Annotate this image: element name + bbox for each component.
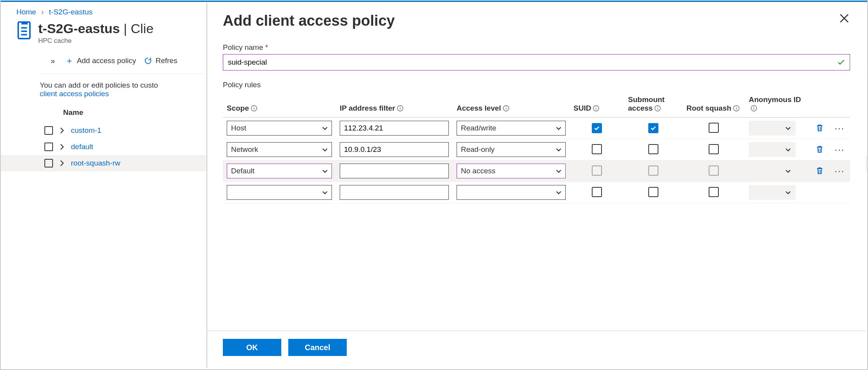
chevron-right-icon[interactable]: [58, 160, 65, 167]
policy-rules-label: Policy rules: [223, 81, 850, 89]
chevron-down-icon: [321, 146, 328, 153]
anonymous-id-select[interactable]: [749, 142, 796, 157]
checkbox[interactable]: [709, 144, 719, 154]
chevron-down-icon: [555, 125, 562, 132]
svg-point-26: [753, 107, 754, 107]
close-icon[interactable]: [838, 12, 850, 24]
panel-title: Add client access policy: [223, 12, 395, 29]
rule-row: [223, 182, 850, 203]
checkbox[interactable]: [592, 144, 602, 154]
access-level-select[interactable]: [457, 185, 566, 200]
chevron-down-icon: [785, 167, 792, 174]
page-title: t-S2G-eastus | Clie: [38, 21, 153, 36]
info-icon[interactable]: [593, 105, 600, 112]
row-checkbox[interactable]: [44, 159, 53, 167]
col-submount: Submount access: [624, 93, 683, 118]
cancel-button[interactable]: Cancel: [288, 339, 347, 356]
scope-select[interactable]: Network: [227, 142, 332, 157]
checkbox[interactable]: [709, 187, 719, 197]
chevron-down-icon: [555, 167, 562, 174]
svg-point-17: [596, 107, 597, 107]
chevron-right-icon[interactable]: [58, 143, 65, 150]
ip-filter-input[interactable]: [340, 142, 449, 157]
anonymous-id-select[interactable]: [749, 121, 796, 136]
more-icon[interactable]: ···: [834, 166, 845, 176]
scope-select[interactable]: Default: [227, 164, 332, 178]
delete-icon[interactable]: [815, 144, 824, 154]
ip-filter-input[interactable]: [340, 121, 449, 136]
delete-icon[interactable]: [815, 123, 824, 132]
checkbox: [709, 166, 719, 176]
info-icon[interactable]: [750, 105, 757, 112]
breadcrumb-resource[interactable]: t-S2G-eastus: [49, 8, 93, 16]
col-anon: Anonymous ID: [745, 93, 811, 118]
policy-link[interactable]: default: [71, 143, 93, 151]
info-icon[interactable]: [503, 105, 510, 112]
breadcrumb-home[interactable]: Home: [16, 8, 36, 16]
ip-filter-input[interactable]: [340, 164, 449, 178]
svg-point-14: [506, 107, 506, 107]
checkbox[interactable]: [648, 144, 658, 154]
rule-row: Host Read/write ···: [223, 118, 850, 139]
ok-button[interactable]: OK: [223, 339, 281, 356]
col-suid: SUID: [570, 93, 624, 118]
checkbox: [648, 166, 658, 176]
chevron-down-icon: [321, 167, 328, 174]
rule-row: Default No access ···: [223, 160, 850, 182]
anonymous-id-select[interactable]: [749, 164, 796, 178]
checkbox: [592, 166, 602, 176]
info-icon[interactable]: [251, 105, 258, 112]
col-root: Root squash: [683, 93, 745, 118]
chevron-down-icon: [785, 189, 792, 196]
more-icon[interactable]: ···: [834, 123, 845, 133]
svg-point-8: [254, 107, 254, 107]
doc-link[interactable]: client access policies: [40, 90, 109, 98]
chevron-right-icon[interactable]: [58, 127, 65, 134]
delete-icon[interactable]: [815, 166, 824, 175]
svg-rect-0: [18, 22, 30, 39]
description: You can add or edit policies to custo cl…: [1, 74, 203, 105]
info-icon[interactable]: [397, 105, 404, 112]
col-ip: IP address filter: [336, 93, 453, 118]
chevron-down-icon: [555, 146, 562, 153]
expand-menu-icon[interactable]: »: [51, 56, 55, 65]
refresh-icon: [144, 56, 152, 65]
chevron-down-icon: [785, 146, 792, 153]
svg-point-23: [736, 107, 737, 107]
checkbox[interactable]: [592, 187, 602, 197]
policy-link[interactable]: custom-1: [71, 126, 101, 135]
chevron-down-icon: [321, 189, 328, 196]
scope-select[interactable]: Host: [227, 121, 332, 136]
ip-filter-input[interactable]: [340, 185, 449, 200]
refresh-button[interactable]: Refres: [140, 54, 181, 67]
anonymous-id-select[interactable]: [749, 185, 796, 200]
access-level-select[interactable]: No access: [457, 164, 566, 178]
svg-point-11: [400, 107, 400, 107]
plus-icon: ＋: [65, 55, 74, 67]
rule-row: Network Read-only ···: [223, 139, 850, 160]
scope-select[interactable]: [227, 185, 332, 200]
checkbox[interactable]: [709, 123, 719, 133]
col-scope: Scope: [223, 93, 336, 118]
resource-icon: [16, 21, 33, 41]
access-level-select[interactable]: Read/write: [457, 121, 566, 136]
panel-footer: OK Cancel: [207, 331, 866, 368]
chevron-down-icon: [321, 125, 328, 132]
checkbox[interactable]: [648, 187, 658, 197]
policy-name-input[interactable]: [223, 54, 850, 70]
info-icon[interactable]: [654, 105, 661, 112]
breadcrumb-sep: ›: [41, 8, 44, 16]
policy-rules-table: Scope IP address filter Access level SUI…: [223, 93, 850, 203]
row-checkbox[interactable]: [44, 143, 53, 151]
page-subtitle: HPC cache: [38, 37, 153, 45]
chevron-down-icon: [555, 189, 562, 196]
row-checkbox[interactable]: [44, 126, 53, 135]
checkbox[interactable]: [592, 123, 602, 133]
add-access-policy-button[interactable]: ＋Add access policy: [61, 53, 140, 69]
more-icon[interactable]: ···: [834, 144, 845, 155]
policy-link[interactable]: root-squash-rw: [71, 159, 120, 167]
access-level-select[interactable]: Read-only: [457, 142, 566, 157]
checkbox[interactable]: [648, 123, 658, 133]
info-icon[interactable]: [733, 105, 740, 112]
chevron-down-icon: [785, 125, 792, 132]
